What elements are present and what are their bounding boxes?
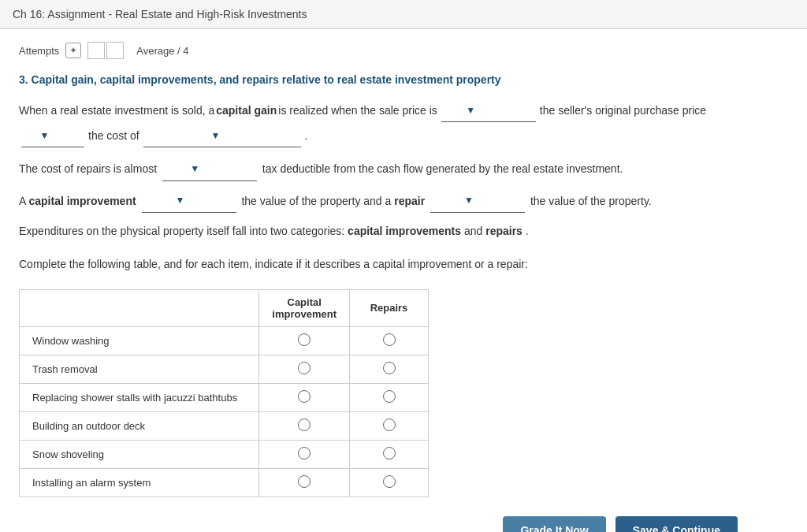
row-label-2: Replacing shower stalls with jacuzzi bat…: [20, 383, 259, 411]
radio-repair-1[interactable]: [350, 355, 429, 383]
attempts-box-1: [87, 42, 105, 59]
dropdown-repair[interactable]: ▼: [430, 191, 525, 213]
chevron-down-icon: ▼: [40, 128, 50, 145]
dropdown-sale-price[interactable]: ▼: [441, 100, 536, 122]
radio-circle-capital-4[interactable]: [298, 447, 311, 459]
attempts-label: Attempts: [19, 45, 59, 57]
radio-repair-0[interactable]: [350, 326, 429, 355]
question-title: 3. Capital gain, capital improvements, a…: [19, 73, 738, 86]
page-title: Ch 16: Assignment - Real Estate and High…: [13, 8, 307, 20]
paragraph-3: The cost of repairs is almost ▼ tax dedu…: [19, 158, 738, 180]
table-row: Window washing: [20, 326, 429, 355]
radio-circle-capital-3[interactable]: [298, 419, 311, 431]
col-header-repairs: Repairs: [350, 289, 429, 326]
radio-circle-repair-0[interactable]: [383, 333, 396, 346]
table-row: Snow shoveling: [20, 440, 429, 468]
radio-capital-5[interactable]: [259, 468, 350, 497]
attempts-refresh-icon[interactable]: ✦: [65, 43, 81, 58]
chevron-down-icon: ▼: [466, 102, 475, 120]
paragraph-1: When a real estate investment is sold, a…: [19, 100, 738, 147]
radio-repair-2[interactable]: [350, 383, 429, 411]
col-header-capital: Capital improvement: [259, 289, 350, 326]
radio-circle-capital-2[interactable]: [298, 390, 311, 403]
row-label-3: Building an outdoor deck: [20, 411, 259, 440]
table-row: Replacing shower stalls with jacuzzi bat…: [20, 383, 429, 411]
chevron-down-icon: ▼: [464, 192, 474, 210]
row-label-1: Trash removal: [20, 355, 259, 383]
radio-capital-3[interactable]: [259, 411, 350, 440]
table-row: Trash removal: [20, 355, 429, 383]
footer-buttons: Grade It Now Save & Continue Continue wi…: [19, 516, 738, 532]
radio-circle-repair-5[interactable]: [383, 475, 396, 488]
radio-repair-3[interactable]: [350, 411, 429, 440]
radio-capital-1[interactable]: [259, 355, 350, 383]
paragraph-4: A capital improvement ▼ the value of the…: [19, 191, 738, 213]
chevron-down-icon: ▼: [210, 128, 220, 145]
radio-circle-repair-2[interactable]: [383, 390, 396, 403]
paragraph-6: Complete the following table, and for ea…: [19, 255, 738, 273]
attempts-box-2: [106, 42, 124, 59]
table-row: Installing an alarm system: [20, 468, 429, 497]
average-label: Average / 4: [136, 45, 188, 57]
table-row: Building an outdoor deck: [20, 411, 429, 440]
dropdown-cost-relation[interactable]: ▼: [21, 125, 84, 147]
radio-capital-4[interactable]: [259, 440, 350, 468]
radio-capital-0[interactable]: [259, 326, 350, 355]
row-label-4: Snow shoveling: [20, 440, 259, 468]
grade-it-now-button[interactable]: Grade It Now: [503, 516, 605, 532]
radio-capital-2[interactable]: [259, 383, 350, 411]
dropdown-capital-improvement[interactable]: ▼: [142, 191, 236, 213]
radio-circle-capital-0[interactable]: [298, 333, 311, 346]
radio-circle-capital-1[interactable]: [298, 362, 311, 374]
dropdown-cost-of[interactable]: ▼: [143, 125, 301, 147]
page-header: Ch 16: Assignment - Real Estate and High…: [0, 0, 807, 29]
row-label-5: Installing an alarm system: [20, 468, 259, 497]
table-container: Capital improvement Repairs Window washi…: [19, 289, 738, 497]
radio-circle-capital-5[interactable]: [298, 475, 311, 488]
save-continue-button[interactable]: Save & Continue: [615, 516, 738, 532]
chevron-down-icon: ▼: [190, 161, 199, 178]
chevron-down-icon: ▼: [176, 192, 185, 210]
paragraph-5: Expenditures on the physical property it…: [19, 222, 738, 240]
col-header-item: [20, 289, 259, 326]
classification-table: Capital improvement Repairs Window washi…: [19, 289, 429, 497]
radio-circle-repair-1[interactable]: [383, 362, 396, 374]
dropdown-repairs-deductible[interactable]: ▼: [162, 158, 257, 180]
attempts-bar: Attempts ✦ Average / 4: [19, 42, 738, 59]
row-label-0: Window washing: [20, 326, 259, 355]
radio-circle-repair-4[interactable]: [383, 447, 396, 459]
radio-repair-5[interactable]: [350, 468, 429, 497]
radio-repair-4[interactable]: [350, 440, 429, 468]
button-row: Grade It Now Save & Continue: [503, 516, 738, 532]
attempts-boxes: [87, 42, 124, 59]
radio-circle-repair-3[interactable]: [383, 419, 396, 431]
